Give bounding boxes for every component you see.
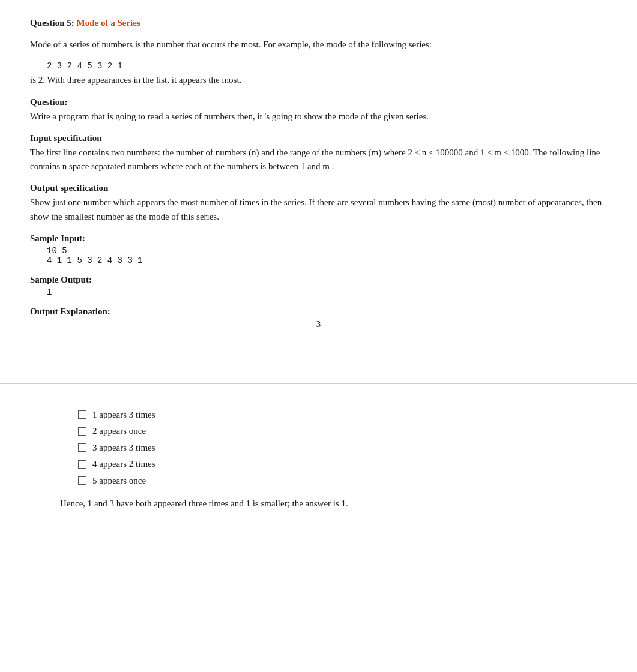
output-spec-text: Show just one number which appears the m… (30, 196, 607, 224)
list-item-label: 1 appears 3 times (92, 408, 155, 422)
section-divider (0, 383, 637, 384)
list-item: 3 appears 3 times (78, 441, 607, 455)
list-item-label: 2 appears once (92, 424, 146, 438)
list-item-label: 3 appears 3 times (92, 441, 155, 455)
input-spec-text: The first line contains two numbers: the… (30, 146, 607, 174)
list-item: 5 appears once (78, 474, 607, 488)
list-item: 4 appears 2 times (78, 457, 607, 471)
question-title: Question 5: Mode of a Series (30, 18, 607, 28)
checkbox-icon (78, 460, 86, 469)
checkbox-list: 1 appears 3 times2 appears once3 appears… (30, 408, 607, 488)
output-explanation-heading: Output Explanation: (30, 307, 607, 317)
conclusion-text: Hence, 1 and 3 have both appeared three … (30, 497, 607, 511)
checkbox-icon (78, 410, 86, 419)
input-spec-heading: Input specification (30, 133, 607, 143)
output-explanation-center: 3 (30, 319, 607, 329)
sample-output-value: 1 (47, 287, 607, 297)
series-example: 2 3 2 4 5 3 2 1 (47, 61, 607, 71)
list-item-label: 4 appears 2 times (92, 457, 155, 471)
sample-input-line2: 4 1 1 5 3 2 4 3 3 1 (47, 256, 607, 265)
intro-paragraph: Mode of a series of numbers is the numbe… (30, 38, 607, 52)
question-text: Write a program that is going to read a … (30, 110, 607, 124)
list-item-label: 5 appears once (92, 474, 146, 488)
sample-input-line1: 10 5 (47, 246, 607, 256)
list-item: 1 appears 3 times (78, 408, 607, 422)
question-title-highlight: Mode of a Series (77, 18, 140, 28)
sample-output-heading: Sample Output: (30, 275, 607, 285)
checkbox-icon (78, 476, 86, 485)
checkbox-icon (78, 443, 86, 452)
sample-input-heading: Sample Input: (30, 233, 607, 244)
list-item: 2 appears once (78, 424, 607, 438)
output-spec-heading: Output specification (30, 183, 607, 193)
series-explanation: is 2. With three appearances in the list… (30, 73, 607, 87)
checkbox-icon (78, 427, 86, 436)
question-title-prefix: Question 5: (30, 18, 77, 28)
question-heading: Question: (30, 97, 607, 107)
